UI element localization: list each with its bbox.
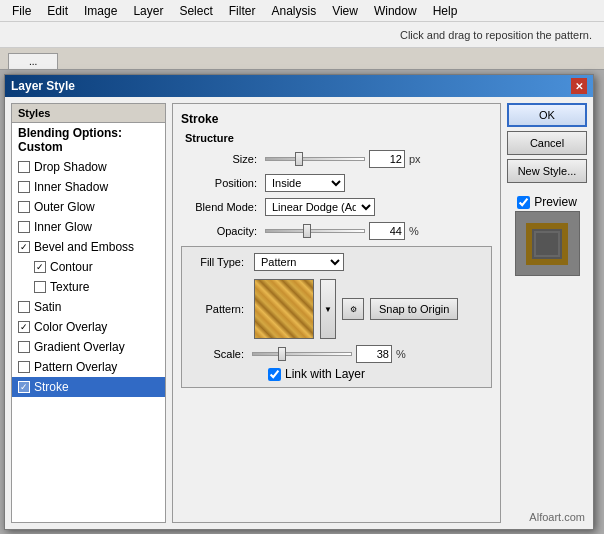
opacity-label: Opacity:: [181, 225, 261, 237]
gradient-overlay-checkbox[interactable]: [18, 341, 30, 353]
snap-to-origin-btn[interactable]: Snap to Origin: [370, 298, 458, 320]
position-select[interactable]: Inside Outside Center: [265, 174, 345, 192]
blend-mode-select[interactable]: Linear Dodge (Add) Normal Multiply Scree…: [265, 198, 375, 216]
color-overlay-checkbox[interactable]: ✓: [18, 321, 30, 333]
preview-box: Preview: [507, 195, 587, 276]
outer-glow-label: Outer Glow: [34, 200, 95, 214]
link-layer-label: Link with Layer: [285, 367, 365, 381]
menu-filter[interactable]: Filter: [221, 2, 264, 20]
menu-select[interactable]: Select: [171, 2, 220, 20]
inner-shadow-label: Inner Shadow: [34, 180, 108, 194]
sidebar-item-color-overlay[interactable]: ✓ Color Overlay: [12, 317, 165, 337]
new-style-button[interactable]: New Style...: [507, 159, 587, 183]
bevel-emboss-checkbox[interactable]: ✓: [18, 241, 30, 253]
sidebar-item-drop-shadow[interactable]: Drop Shadow: [12, 157, 165, 177]
size-row: Size: px: [181, 150, 492, 168]
sidebar-item-blending-options[interactable]: Blending Options: Custom: [12, 123, 165, 157]
scale-input[interactable]: [356, 345, 392, 363]
action-panel: OK Cancel New Style... Preview: [507, 103, 587, 523]
sidebar-item-inner-shadow[interactable]: Inner Shadow: [12, 177, 165, 197]
pattern-dropdown-btn[interactable]: ▼: [320, 279, 336, 339]
preview-inner: [526, 223, 568, 265]
texture-label: Texture: [50, 280, 89, 294]
texture-checkbox[interactable]: [34, 281, 46, 293]
size-label: Size:: [181, 153, 261, 165]
canvas-tab[interactable]: ...: [8, 53, 58, 69]
outer-glow-checkbox[interactable]: [18, 201, 30, 213]
inner-glow-checkbox[interactable]: [18, 221, 30, 233]
menu-analysis[interactable]: Analysis: [263, 2, 324, 20]
pattern-options-btn[interactable]: ⚙: [342, 298, 364, 320]
menu-window[interactable]: Window: [366, 2, 425, 20]
pattern-overlay-checkbox[interactable]: [18, 361, 30, 373]
scale-slider[interactable]: [252, 352, 352, 356]
satin-label: Satin: [34, 300, 61, 314]
menu-file[interactable]: File: [4, 2, 39, 20]
left-panel-header: Styles: [12, 104, 165, 123]
preview-label: Preview: [534, 195, 577, 209]
size-slider[interactable]: [265, 157, 365, 161]
dialog-title: Layer Style: [11, 79, 75, 93]
satin-checkbox[interactable]: [18, 301, 30, 313]
cancel-button[interactable]: Cancel: [507, 131, 587, 155]
sidebar-item-gradient-overlay[interactable]: Gradient Overlay: [12, 337, 165, 357]
opacity-input[interactable]: [369, 222, 405, 240]
sidebar-item-outer-glow[interactable]: Outer Glow: [12, 197, 165, 217]
sidebar-item-satin[interactable]: Satin: [12, 297, 165, 317]
inner-glow-label: Inner Glow: [34, 220, 92, 234]
preview-label-row: Preview: [517, 195, 577, 209]
sidebar-item-contour[interactable]: ✓ Contour: [12, 257, 165, 277]
inner-shadow-checkbox[interactable]: [18, 181, 30, 193]
size-input[interactable]: [369, 150, 405, 168]
menu-view[interactable]: View: [324, 2, 366, 20]
stroke-content: Stroke Structure Size: px Position: Insi…: [172, 103, 501, 523]
link-layer-checkbox[interactable]: [268, 368, 281, 381]
stroke-checkbox[interactable]: ✓: [18, 381, 30, 393]
blending-options-label: Blending Options: Custom: [18, 126, 159, 154]
drop-shadow-checkbox[interactable]: [18, 161, 30, 173]
menubar: File Edit Image Layer Select Filter Anal…: [0, 0, 604, 22]
ok-button[interactable]: OK: [507, 103, 587, 127]
close-button[interactable]: ✕: [571, 78, 587, 94]
pattern-row: Pattern: ▼ ⚙ Snap to Origin: [188, 279, 485, 339]
scale-label: Scale:: [188, 348, 248, 360]
menu-layer[interactable]: Layer: [125, 2, 171, 20]
watermark: Alfoart.com: [529, 511, 585, 523]
opacity-slider-thumb[interactable]: [303, 224, 311, 238]
opacity-row: Opacity: %: [181, 222, 492, 240]
menu-image[interactable]: Image: [76, 2, 125, 20]
blend-mode-row: Blend Mode: Linear Dodge (Add) Normal Mu…: [181, 198, 492, 216]
size-unit: px: [409, 153, 421, 165]
preview-checkbox[interactable]: [517, 196, 530, 209]
layer-style-dialog: Layer Style ✕ Styles Blending Options: C…: [4, 74, 594, 530]
menu-help[interactable]: Help: [425, 2, 466, 20]
gradient-overlay-label: Gradient Overlay: [34, 340, 125, 354]
opacity-slider[interactable]: [265, 229, 365, 233]
pattern-preview: [254, 279, 314, 339]
scale-slider-thumb[interactable]: [278, 347, 286, 361]
main-area: Layer Style ✕ Styles Blending Options: C…: [0, 70, 604, 534]
bevel-emboss-label: Bevel and Emboss: [34, 240, 134, 254]
link-layer-row: Link with Layer: [188, 367, 485, 381]
scale-row: Scale: %: [188, 345, 485, 363]
size-slider-thumb[interactable]: [295, 152, 303, 166]
scale-unit: %: [396, 348, 406, 360]
contour-checkbox[interactable]: ✓: [34, 261, 46, 273]
sidebar-item-bevel-emboss[interactable]: ✓ Bevel and Emboss: [12, 237, 165, 257]
position-label: Position:: [181, 177, 261, 189]
left-panel: Styles Blending Options: Custom Drop Sha…: [11, 103, 166, 523]
menu-edit[interactable]: Edit: [39, 2, 76, 20]
sidebar-item-stroke[interactable]: ✓ Stroke: [12, 377, 165, 397]
color-overlay-label: Color Overlay: [34, 320, 107, 334]
opacity-unit: %: [409, 225, 419, 237]
fill-type-row: Fill Type: Pattern Color Gradient: [188, 253, 485, 271]
sidebar-item-pattern-overlay[interactable]: Pattern Overlay: [12, 357, 165, 377]
fill-type-select[interactable]: Pattern Color Gradient: [254, 253, 344, 271]
toolbar: Click and drag to reposition the pattern…: [0, 22, 604, 48]
sidebar-item-inner-glow[interactable]: Inner Glow: [12, 217, 165, 237]
pattern-label: Pattern:: [188, 303, 248, 315]
sidebar-item-texture[interactable]: Texture: [12, 277, 165, 297]
fill-type-box: Fill Type: Pattern Color Gradient Patter…: [181, 246, 492, 388]
stroke-label: Stroke: [34, 380, 69, 394]
toolbar-hint: Click and drag to reposition the pattern…: [400, 29, 592, 41]
